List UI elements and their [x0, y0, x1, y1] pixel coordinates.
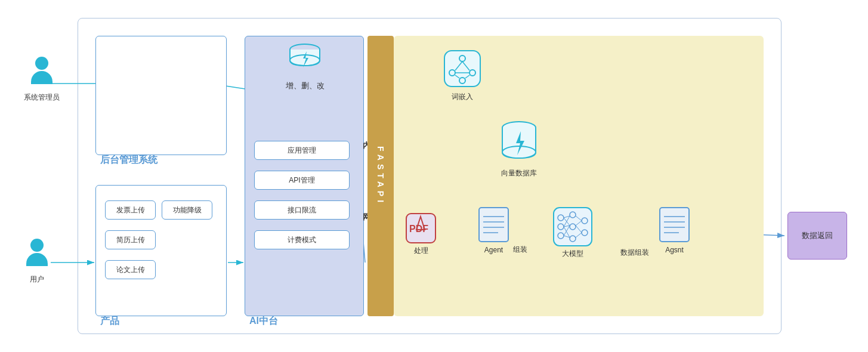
vector-db-area: 向量数据库	[498, 119, 540, 178]
fastapi-bar: FASTAPI	[367, 36, 394, 316]
big-model-icon	[552, 206, 594, 248]
api-manage-node: API管理	[254, 171, 350, 190]
word-embed-icon	[441, 48, 483, 89]
ai-platform-box: 增、删、改 应用管理 API管理 接口限流 计费模式	[245, 36, 364, 316]
invoice-upload-node: 发票上传	[105, 200, 156, 220]
svg-rect-62	[660, 208, 689, 242]
ai-platform-label: AI中台	[249, 315, 278, 328]
billing-node: 计费模式	[254, 230, 350, 249]
svg-rect-37	[479, 208, 508, 242]
yellow-area: 词嵌入 向量数据库 PDF 处理	[394, 36, 764, 316]
fastapi-label: FASTAPI	[376, 146, 385, 206]
backend-box: 数据整理	[95, 36, 227, 155]
backend-system-label: 后台管理系统	[100, 154, 157, 166]
word-embed-area: 词嵌入	[441, 48, 483, 102]
database-icon	[287, 42, 323, 78]
pdf-icon: PDF	[404, 212, 437, 245]
crud-label: 增、删、改	[286, 81, 325, 91]
user-body	[26, 253, 48, 266]
vector-db-icon	[498, 119, 540, 167]
admin-head	[35, 57, 48, 70]
resume-upload-node: 简历上传	[105, 230, 156, 249]
admin-body	[31, 71, 52, 84]
product-box: 发票上传 功能降级 简历上传 论文上传	[95, 185, 227, 316]
paper-upload-node: 论文上传	[105, 260, 156, 279]
rate-limit-node: 接口限流	[254, 200, 350, 220]
diagram-container: 系统管理员 用户 数据整理 后台管理系统 发票上传 功能降级 简历上传 论文上传	[0, 0, 868, 352]
user-figure	[24, 239, 50, 268]
svg-text:PDF: PDF	[409, 224, 428, 234]
big-model-area: 大模型	[552, 206, 594, 259]
svg-rect-42	[554, 208, 592, 246]
admin-figure	[29, 57, 55, 87]
admin-label: 系统管理员	[24, 92, 60, 103]
user-label: 用户	[30, 274, 44, 285]
process-label: 处理	[414, 246, 428, 256]
agsnt-doc-area: Agsnt	[658, 206, 691, 254]
data-return-box: 数据返回	[787, 212, 847, 260]
data-assemble-label: 数据组装	[620, 248, 649, 258]
agent-doc-area: Agent	[477, 206, 510, 254]
agent-label: Agent	[484, 246, 503, 254]
regular-user-icon: 用户	[24, 239, 50, 285]
pdf-area: PDF 处理	[404, 212, 437, 256]
admin-user-icon: 系统管理员	[24, 57, 60, 103]
word-embed-label: 词嵌入	[452, 92, 473, 102]
data-return-label: 数据返回	[802, 230, 833, 241]
big-model-label: 大模型	[562, 249, 583, 259]
agent-doc-icon	[477, 206, 510, 245]
feature-downgrade-node: 功能降级	[162, 200, 212, 220]
agsnt-doc-icon	[658, 206, 691, 245]
vector-db-label: 向量数据库	[501, 168, 537, 178]
user-head	[30, 239, 44, 252]
product-label: 产品	[100, 315, 119, 328]
agsnt-label: Agsnt	[665, 246, 684, 254]
assemble-label: 组装	[513, 245, 527, 255]
app-manage-node: 应用管理	[254, 141, 350, 160]
